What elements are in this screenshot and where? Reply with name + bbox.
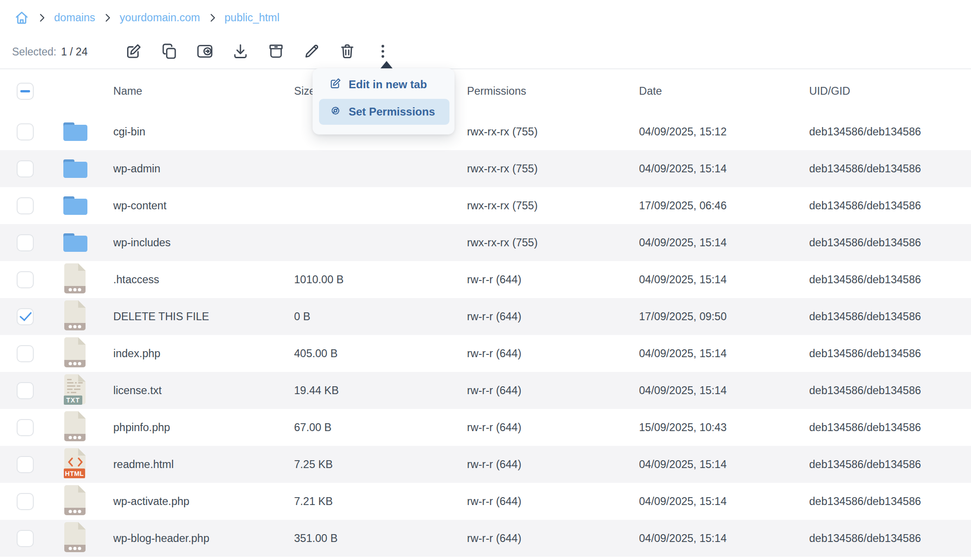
home-icon[interactable]	[14, 10, 30, 25]
menu-item-edit-in-new-tab[interactable]: Edit in new tab	[313, 72, 455, 97]
file-uid-gid: deb134586/deb134586	[809, 200, 971, 212]
download-button[interactable]	[230, 42, 251, 62]
row-checkbox[interactable]	[17, 160, 34, 177]
file-permissions: rwx-rx-rx (755)	[467, 126, 639, 138]
svg-text:TXT: TXT	[66, 396, 80, 404]
row-checkbox[interactable]	[17, 197, 34, 214]
table-row[interactable]: TXT license.txt 19.44 KB rw-r-r (644) 04…	[0, 372, 971, 409]
row-checkbox[interactable]	[17, 123, 34, 140]
file-name: index.php	[99, 347, 294, 360]
file-date: 04/09/2025, 15:14	[639, 274, 809, 286]
file-permissions: rwx-rx-rx (755)	[467, 200, 639, 212]
file-date: 04/09/2025, 15:14	[639, 458, 809, 471]
row-checkbox[interactable]	[17, 382, 34, 399]
file-uid-gid: deb134586/deb134586	[809, 421, 971, 434]
file-edit-icon	[125, 43, 142, 61]
column-header-permissions: Permissions	[467, 85, 639, 97]
file-uid-gid: deb134586/deb134586	[809, 458, 971, 471]
file-name: wp-admin	[99, 163, 294, 175]
delete-button[interactable]	[337, 42, 357, 62]
table-header-row: Name Size Permissions Date UID/GID	[0, 69, 971, 113]
row-checkbox[interactable]	[17, 271, 34, 288]
breadcrumb-link-domain[interactable]: yourdomain.com	[120, 12, 200, 24]
chevron-right-icon	[207, 12, 218, 23]
rename-icon	[303, 43, 320, 61]
copy-icon	[160, 43, 178, 61]
table-row[interactable]: .htaccess 1010.00 B rw-r-r (644) 04/09/2…	[0, 261, 971, 298]
context-menu: Edit in new tab Set Permissions	[313, 68, 455, 134]
file-uid-gid: deb134586/deb134586	[809, 347, 971, 360]
file-permissions: rw-r-r (644)	[467, 384, 639, 397]
file-size: 7.25 KB	[294, 458, 467, 471]
file-uid-gid: deb134586/deb134586	[809, 274, 971, 286]
table-row[interactable]: DELETE THIS FILE 0 B rw-r-r (644) 17/09/…	[0, 298, 971, 335]
file-date: 17/09/2025, 09:50	[639, 310, 809, 323]
file-size: 405.00 B	[294, 347, 467, 360]
folder-icon	[62, 195, 88, 216]
row-checkbox[interactable]	[17, 308, 34, 325]
file-name: wp-blog-header.php	[99, 532, 294, 545]
file-size: 67.00 B	[294, 421, 467, 434]
menu-item-set-permissions[interactable]: Set Permissions	[319, 99, 449, 125]
txt-file-icon: TXT	[63, 374, 87, 407]
file-uid-gid: deb134586/deb134586	[809, 495, 971, 508]
file-date: 04/09/2025, 15:14	[639, 532, 809, 545]
file-uid-gid: deb134586/deb134586	[809, 163, 971, 175]
file-name: .htaccess	[99, 274, 294, 286]
file-permissions: rw-r-r (644)	[467, 421, 639, 434]
file-size: 0 B	[294, 310, 467, 323]
file-date: 04/09/2025, 15:14	[639, 237, 809, 249]
rename-button[interactable]	[301, 42, 322, 62]
column-header-name: Name	[99, 85, 294, 97]
table-row[interactable]: wp-blog-header.php 351.00 B rw-r-r (644)…	[0, 520, 971, 557]
file-uid-gid: deb134586/deb134586	[809, 384, 971, 397]
file-date: 04/09/2025, 15:12	[639, 126, 809, 138]
file-uid-gid: deb134586/deb134586	[809, 310, 971, 323]
edit-file-button[interactable]	[123, 42, 144, 62]
gear-icon	[329, 104, 342, 120]
file-date: 04/09/2025, 15:14	[639, 384, 809, 397]
file-uid-gid: deb134586/deb134586	[809, 237, 971, 249]
file-name: DELETE THIS FILE	[99, 310, 294, 323]
file-date: 04/09/2025, 15:14	[639, 495, 809, 508]
breadcrumb-link-public-html[interactable]: public_html	[225, 12, 280, 24]
move-button[interactable]	[195, 42, 215, 62]
file-table: Name Size Permissions Date UID/GID cgi-b…	[0, 69, 971, 557]
file-permissions: rw-r-r (644)	[467, 458, 639, 471]
table-row[interactable]: wp-admin rwx-rx-rx (755) 04/09/2025, 15:…	[0, 150, 971, 187]
folder-icon	[62, 232, 88, 253]
breadcrumb: domains yourdomain.com public_html	[0, 0, 971, 35]
file-icon	[63, 263, 87, 296]
file-permissions: rw-r-r (644)	[467, 310, 639, 323]
select-all-checkbox[interactable]	[17, 83, 34, 100]
row-checkbox[interactable]	[17, 234, 34, 251]
file-permissions: rw-r-r (644)	[467, 347, 639, 360]
table-row[interactable]: index.php 405.00 B rw-r-r (644) 04/09/20…	[0, 335, 971, 372]
file-icon	[63, 485, 87, 518]
row-checkbox[interactable]	[17, 493, 34, 510]
copy-button[interactable]	[159, 42, 179, 62]
table-row[interactable]: phpinfo.php 67.00 B rw-r-r (644) 15/09/2…	[0, 409, 971, 446]
breadcrumb-link-domains[interactable]: domains	[54, 12, 95, 24]
file-uid-gid: deb134586/deb134586	[809, 126, 971, 138]
row-checkbox[interactable]	[17, 456, 34, 473]
table-row[interactable]: HTML readme.html 7.25 KB rw-r-r (644) 04…	[0, 446, 971, 483]
selected-count: 1 / 24	[61, 46, 88, 58]
file-size: 7.21 KB	[294, 495, 467, 508]
archive-button[interactable]	[266, 42, 286, 62]
file-permissions: rw-r-r (644)	[467, 274, 639, 286]
table-row[interactable]: cgi-bin rwx-rx-rx (755) 04/09/2025, 15:1…	[0, 113, 971, 150]
archive-icon	[267, 43, 285, 61]
table-row[interactable]: wp-activate.php 7.21 KB rw-r-r (644) 04/…	[0, 483, 971, 520]
file-name: cgi-bin	[99, 126, 294, 138]
more-options-button[interactable]	[373, 42, 393, 62]
file-name: phpinfo.php	[99, 421, 294, 434]
row-checkbox[interactable]	[17, 419, 34, 436]
row-checkbox[interactable]	[17, 530, 34, 547]
file-date: 04/09/2025, 15:14	[639, 163, 809, 175]
edit-in-new-tab-icon	[329, 77, 342, 92]
file-uid-gid: deb134586/deb134586	[809, 532, 971, 545]
table-row[interactable]: wp-content rwx-rx-rx (755) 17/09/2025, 0…	[0, 187, 971, 224]
row-checkbox[interactable]	[17, 345, 34, 362]
table-row[interactable]: wp-includes rwx-rx-rx (755) 04/09/2025, …	[0, 224, 971, 261]
